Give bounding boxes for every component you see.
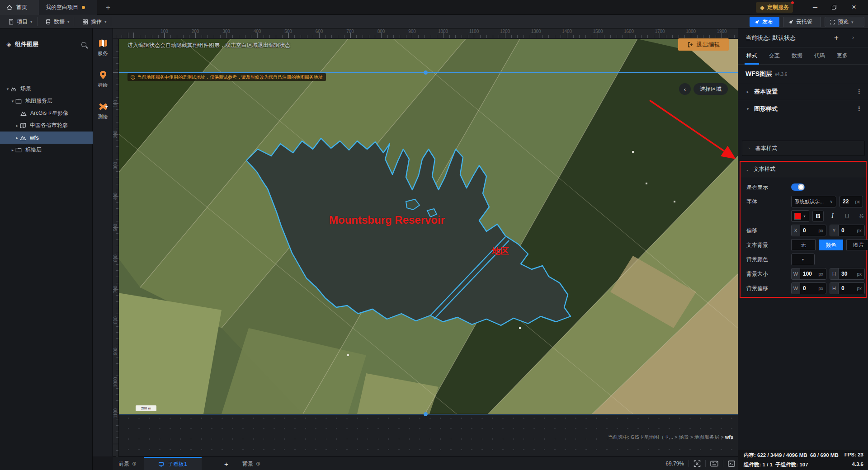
new-tab-button[interactable]: + bbox=[103, 3, 113, 13]
tab-code[interactable]: 代码 bbox=[814, 52, 825, 60]
bg-height-input[interactable]: H30px bbox=[830, 268, 865, 280]
visible-toggle[interactable] bbox=[791, 183, 805, 191]
board-tab[interactable]: 子看板1 bbox=[144, 457, 202, 470]
font-color-picker[interactable]: ▼ bbox=[791, 210, 809, 222]
bg-color-option[interactable]: 颜色 bbox=[819, 240, 843, 250]
offset-y-input[interactable]: Y0px bbox=[830, 225, 865, 236]
menu-divider bbox=[111, 17, 111, 26]
tab-more[interactable]: 更多 bbox=[837, 52, 848, 60]
search-icon[interactable] bbox=[81, 42, 86, 47]
bg-color-label: 背景颜色 bbox=[746, 256, 768, 263]
font-size-input[interactable]: 22px bbox=[840, 196, 863, 207]
bg-image-option[interactable]: 图片 bbox=[846, 240, 868, 250]
chevron-right-icon[interactable]: › bbox=[852, 34, 854, 41]
caret-right-icon[interactable]: ▸ bbox=[10, 148, 15, 152]
caret-right-icon[interactable]: ▸ bbox=[15, 123, 19, 128]
add-circle-icon[interactable]: ⊕ bbox=[132, 461, 137, 467]
tree-item-wfs[interactable]: ▸ wfs bbox=[0, 132, 93, 144]
add-circle-icon[interactable]: ⊕ bbox=[256, 461, 260, 467]
strikethrough-button[interactable]: S bbox=[856, 211, 867, 222]
map-scalebar: 200 m bbox=[136, 405, 156, 411]
add-state-button[interactable]: + bbox=[834, 33, 839, 42]
ruler-label: 1100 bbox=[469, 29, 479, 34]
keyboard-icon[interactable] bbox=[710, 461, 718, 467]
restore-button[interactable] bbox=[828, 2, 840, 12]
editor-stage[interactable]: 1002003004005006007008009001000110012001… bbox=[113, 28, 738, 456]
select-region-control: ‹ 选择区域 bbox=[679, 83, 728, 95]
tree-item-arcgis[interactable]: ArcGis卫星影像 bbox=[0, 107, 93, 119]
board-tab-label: 子看板1 bbox=[168, 461, 187, 468]
bg-offset-w-input[interactable]: W0px bbox=[791, 282, 826, 294]
section-label: 图形样式 bbox=[754, 105, 778, 113]
close-button[interactable]: × bbox=[848, 2, 860, 12]
offset-label: 偏移 bbox=[746, 227, 757, 235]
tab-style[interactable]: 样式 bbox=[746, 52, 757, 60]
terminal-icon[interactable] bbox=[728, 461, 735, 467]
cloud-hosting-button[interactable]: 云托管 bbox=[783, 17, 821, 27]
italic-button[interactable]: I bbox=[827, 211, 838, 222]
section-basic-settings[interactable]: ▸ 基本设置 ⋮ bbox=[738, 83, 868, 100]
folder-icon bbox=[15, 146, 22, 154]
zoom-percent[interactable]: 69.79% bbox=[665, 461, 684, 467]
tab-project[interactable]: 我的空白项目 bbox=[39, 0, 97, 15]
collapse-left-button[interactable]: ‹ bbox=[679, 83, 691, 95]
custom-service-badge[interactable]: ◆ 定制服务 bbox=[756, 2, 793, 13]
tool-plot[interactable]: 标绘 bbox=[93, 70, 113, 94]
tree-item-scene[interactable]: ▾ 场景 bbox=[0, 83, 93, 95]
caret-down-icon[interactable]: ▾ bbox=[5, 87, 10, 91]
tool-survey[interactable]: 测绘 bbox=[93, 102, 113, 125]
component-title: WFS图层v4.3.6 bbox=[745, 70, 787, 78]
sidebar-title: 组件图层 bbox=[15, 40, 38, 48]
px-unit: px bbox=[855, 199, 860, 204]
h-chip: H bbox=[830, 283, 839, 294]
bg-offset-h-input[interactable]: H0px bbox=[830, 282, 865, 294]
selection-handle-top[interactable] bbox=[424, 70, 428, 75]
bg-width-input[interactable]: W100px bbox=[791, 268, 826, 280]
menu-data[interactable]: 数据▾ bbox=[40, 15, 75, 28]
mountain-icon bbox=[19, 134, 27, 141]
menu-operation[interactable]: 操作▾ bbox=[77, 15, 112, 28]
tab-data[interactable]: 数据 bbox=[792, 52, 802, 60]
bold-button[interactable]: B bbox=[812, 211, 824, 222]
text-style-fold[interactable]: ⌄ 文本样式 bbox=[741, 162, 866, 177]
font-family-select[interactable]: 系统默认字...∨ bbox=[791, 196, 836, 207]
tree-item-china-outline[interactable]: ▸ 中国各省市轮廓 bbox=[0, 119, 93, 132]
offset-x-input[interactable]: X0px bbox=[791, 225, 826, 236]
map-canvas[interactable] bbox=[113, 39, 738, 414]
tab-interaction[interactable]: 交互 bbox=[769, 52, 780, 60]
section-label: 基本设置 bbox=[754, 88, 778, 96]
ruler-label: 700 bbox=[346, 29, 354, 34]
bg-color-picker[interactable]: ▼ bbox=[791, 254, 815, 265]
tree-item-map-service-layer[interactable]: ▾ 地图服务层 bbox=[0, 95, 93, 107]
fit-screen-icon[interactable] bbox=[693, 460, 701, 467]
preview-button[interactable]: 预览▾ bbox=[825, 17, 864, 27]
caret-right-icon[interactable]: ▸ bbox=[15, 136, 19, 140]
menu-divider bbox=[74, 17, 74, 26]
underline-button[interactable]: U bbox=[841, 211, 853, 222]
tool-service[interactable]: 服务 bbox=[93, 38, 113, 62]
tool-strip: 服务 标绘 测绘 bbox=[93, 28, 113, 456]
bg-none-option[interactable]: 无 bbox=[791, 240, 816, 250]
more-options-icon[interactable]: ⋮ bbox=[856, 105, 862, 112]
add-board-button[interactable]: + bbox=[224, 457, 228, 470]
selection-handle-bottom[interactable] bbox=[424, 412, 428, 416]
select-region-button[interactable]: 选择区域 bbox=[693, 83, 728, 95]
minimize-button[interactable]: ─ bbox=[809, 2, 821, 12]
exit-icon bbox=[687, 42, 693, 48]
caret-down-icon[interactable]: ▾ bbox=[10, 99, 15, 103]
more-options-icon[interactable]: ⋮ bbox=[856, 88, 862, 95]
tab-home[interactable]: 首页 bbox=[0, 0, 39, 15]
exit-edit-button[interactable]: 退出编辑 bbox=[678, 38, 729, 51]
ruler-label: 100 bbox=[113, 98, 118, 109]
row-text-background: 文本背景 无 颜色 图片 bbox=[741, 238, 866, 252]
status-block: 内存: 622 / 3449 / 4096 MB 68 / 690 MB FPS… bbox=[738, 450, 868, 470]
chevron-down-icon: ▾ bbox=[30, 19, 33, 24]
section-graphic-style[interactable]: ▾ 图形样式 ⋮ bbox=[738, 100, 868, 117]
basic-style-fold[interactable]: › 基本样式 bbox=[742, 141, 865, 156]
publish-button[interactable]: 发布 bbox=[750, 17, 779, 27]
background-button[interactable]: 背景⊕ bbox=[242, 457, 260, 470]
px-unit: px bbox=[857, 286, 862, 291]
tree-item-plot-layer[interactable]: ▸ 标绘层 bbox=[0, 144, 93, 156]
foreground-button[interactable]: 前景⊕ bbox=[118, 457, 137, 470]
menu-project[interactable]: 项目▾ bbox=[3, 15, 38, 28]
